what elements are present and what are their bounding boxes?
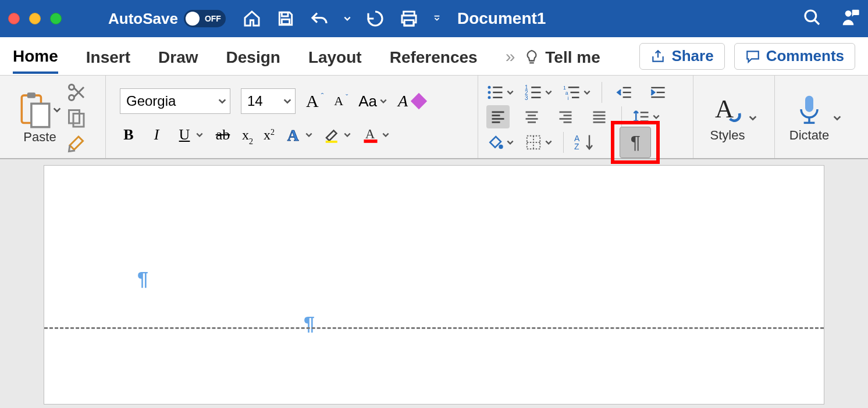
- align-right-button[interactable]: [554, 105, 577, 128]
- svg-rect-11: [31, 103, 49, 127]
- microphone-icon: [795, 93, 823, 126]
- clear-formatting-icon[interactable]: A: [398, 92, 428, 110]
- share-button[interactable]: Share: [639, 43, 724, 70]
- show-hide-button-highlighted[interactable]: ¶: [611, 121, 660, 164]
- format-painter-icon[interactable]: [66, 133, 87, 154]
- align-left-icon: [490, 109, 506, 125]
- comments-button[interactable]: Comments: [734, 43, 855, 70]
- svg-text:3: 3: [525, 95, 528, 101]
- underline-button[interactable]: U: [176, 126, 204, 144]
- change-case-button[interactable]: Aa: [358, 92, 387, 110]
- tab-design[interactable]: Design: [226, 40, 280, 73]
- ribbon: Paste Georgia 14 Aˆ: [0, 76, 868, 159]
- multilevel-list-button[interactable]: 1ai: [563, 84, 591, 101]
- highlighter-icon: [323, 126, 341, 144]
- quick-access-toolbar: [242, 9, 441, 28]
- autosave-toggle[interactable]: OFF: [184, 10, 226, 27]
- chevron-down-icon: [506, 138, 514, 146]
- comments-label: Comments: [766, 47, 844, 65]
- justify-icon: [591, 109, 607, 125]
- text-effects-icon: A: [285, 126, 303, 144]
- document-canvas: ¶ ¶: [0, 159, 868, 408]
- bullets-button[interactable]: [486, 84, 514, 101]
- paint-bucket-icon: [486, 134, 504, 151]
- strikethrough-button[interactable]: ab: [214, 126, 232, 144]
- document-title: Document1: [457, 9, 546, 28]
- repeat-icon[interactable]: [365, 9, 385, 28]
- align-right-icon: [557, 109, 574, 125]
- undo-dropdown-icon[interactable]: [343, 15, 351, 23]
- svg-point-13: [69, 85, 74, 90]
- highlight-button[interactable]: [323, 126, 351, 144]
- decrease-indent-button[interactable]: [613, 81, 636, 104]
- titlebar-right: [803, 8, 860, 29]
- print-icon[interactable]: [399, 9, 419, 28]
- dictate-button[interactable]: Dictate: [789, 93, 842, 143]
- bold-button[interactable]: B: [120, 126, 137, 144]
- copy-icon[interactable]: [66, 108, 87, 128]
- arrow-down-icon: [581, 134, 598, 151]
- chevron-down-icon: [545, 88, 553, 96]
- shrink-font-icon[interactable]: Aˇ: [334, 94, 348, 109]
- cut-icon[interactable]: [66, 82, 87, 103]
- tab-references[interactable]: References: [390, 40, 478, 73]
- eraser-diamond-icon: [410, 92, 428, 110]
- subscript-button[interactable]: x2: [242, 127, 253, 143]
- chevron-down-icon: [195, 131, 204, 139]
- superscript-button[interactable]: x2: [264, 127, 275, 143]
- comment-icon: [745, 49, 760, 64]
- svg-rect-3: [404, 20, 414, 26]
- multilevel-icon: 1ai: [563, 84, 581, 101]
- borders-icon: [525, 134, 542, 151]
- font-name-select[interactable]: Georgia: [120, 88, 230, 114]
- tab-insert[interactable]: Insert: [86, 40, 130, 73]
- increase-indent-button[interactable]: [646, 81, 670, 104]
- maximize-window-button[interactable]: [50, 13, 62, 24]
- close-window-button[interactable]: [8, 13, 20, 24]
- borders-button[interactable]: [525, 134, 553, 151]
- account-icon[interactable]: [841, 8, 860, 29]
- svg-rect-1: [282, 19, 289, 24]
- font-color-button[interactable]: A: [362, 126, 390, 144]
- page[interactable]: ¶ ¶: [44, 165, 824, 405]
- qat-customize-icon[interactable]: [433, 15, 441, 23]
- svg-point-27: [488, 96, 491, 99]
- styles-button[interactable]: A Styles: [710, 93, 758, 143]
- minimize-window-button[interactable]: [29, 13, 41, 24]
- share-label: Share: [671, 47, 713, 65]
- text-effects-button[interactable]: A: [285, 126, 313, 144]
- share-icon: [650, 49, 666, 64]
- increase-indent-icon: [650, 84, 666, 101]
- tab-layout[interactable]: Layout: [308, 40, 362, 73]
- tab-home[interactable]: Home: [13, 39, 58, 74]
- undo-icon[interactable]: [310, 9, 329, 28]
- chevron-down-icon: [382, 131, 390, 139]
- sort-button[interactable]: A Z: [574, 134, 598, 151]
- paste-icon[interactable]: [19, 91, 62, 128]
- chevron-down-icon: [583, 88, 591, 96]
- justify-button[interactable]: [588, 105, 611, 128]
- search-icon[interactable]: [803, 8, 821, 29]
- chevron-down-icon: [833, 113, 842, 123]
- paste-label: Paste: [23, 130, 56, 145]
- tab-draw[interactable]: Draw: [158, 40, 198, 73]
- svg-point-23: [488, 86, 491, 89]
- align-left-button[interactable]: [486, 105, 510, 128]
- align-center-button[interactable]: [520, 105, 543, 128]
- grow-font-icon[interactable]: Aˆ: [306, 91, 323, 111]
- svg-line-6: [814, 20, 819, 24]
- tell-me-search[interactable]: Tell me: [523, 40, 600, 73]
- lightbulb-icon: [523, 48, 540, 65]
- section-divider: [44, 327, 824, 329]
- numbering-button[interactable]: 123: [525, 84, 553, 101]
- font-size-select[interactable]: 14: [241, 88, 296, 114]
- shading-button[interactable]: [486, 134, 514, 151]
- svg-rect-10: [27, 92, 35, 98]
- save-icon[interactable]: [276, 9, 296, 28]
- chevron-down-icon: [506, 88, 514, 96]
- home-icon[interactable]: [242, 9, 262, 28]
- italic-button[interactable]: I: [148, 126, 165, 144]
- tab-overflow-icon[interactable]: »: [506, 46, 515, 66]
- svg-rect-0: [282, 12, 288, 16]
- chevron-down-icon: [748, 113, 757, 123]
